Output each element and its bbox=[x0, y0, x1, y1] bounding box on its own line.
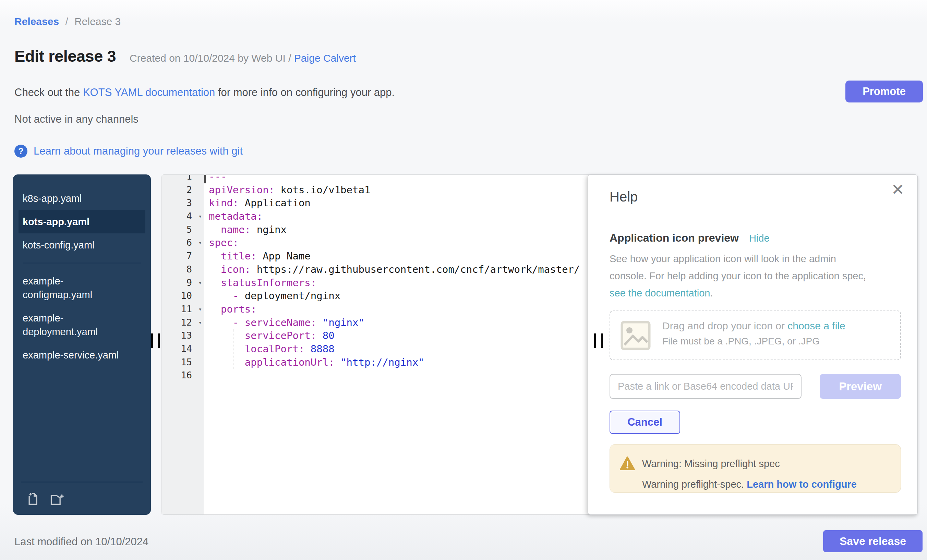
line-number: 4▾ bbox=[161, 210, 204, 223]
file-sidebar: k8s-app.yamlkots-app.yamlkots-config.yam… bbox=[13, 175, 151, 515]
warning-detail: Warning preflight-spec. Learn how to con… bbox=[642, 479, 857, 490]
docs-line: Check out the KOTS YAML documentation fo… bbox=[14, 87, 395, 99]
fold-arrow-icon[interactable]: ▾ bbox=[199, 316, 202, 329]
description-period: . bbox=[710, 288, 713, 299]
code-text: name: nginx bbox=[204, 223, 287, 237]
kots-docs-link[interactable]: KOTS YAML documentation bbox=[83, 87, 215, 99]
line-number: 9▾ bbox=[161, 276, 204, 290]
file-list-divider bbox=[23, 263, 141, 263]
help-title: Help bbox=[609, 189, 638, 205]
line-number: 12▾ bbox=[161, 316, 204, 329]
learn-row: ? Learn about managing your releases wit… bbox=[14, 145, 243, 158]
sidebar-file-k8s-app-yaml[interactable]: k8s-app.yaml bbox=[18, 187, 145, 210]
code-text: icon: https://raw.githubusercontent.com/… bbox=[204, 263, 580, 276]
question-icon: ? bbox=[14, 145, 27, 158]
sidebar-resize-handle[interactable] bbox=[151, 334, 160, 348]
code-text bbox=[204, 369, 209, 382]
fold-arrow-icon[interactable]: ▾ bbox=[199, 236, 202, 249]
code-text: - deployment/nginx bbox=[204, 289, 340, 303]
line-number: 10 bbox=[161, 289, 204, 303]
code-text: title: App Name bbox=[204, 249, 311, 263]
page-title: Edit release 3 bbox=[14, 47, 116, 65]
drop-instruction: Drag and drop your icon or bbox=[663, 320, 787, 331]
close-icon[interactable]: ✕ bbox=[891, 182, 904, 197]
choose-file-link[interactable]: choose a file bbox=[787, 320, 845, 331]
line-number: 15 bbox=[161, 356, 204, 369]
configure-preflight-link[interactable]: Learn how to configure bbox=[747, 479, 857, 490]
help-panel-resize-handle[interactable] bbox=[594, 334, 603, 348]
line-number: 2 bbox=[161, 184, 204, 197]
warning-icon bbox=[620, 456, 635, 472]
preflight-warning: Warning: Missing preflight spec Warning … bbox=[609, 444, 901, 493]
created-author-link[interactable]: Paige Calvert bbox=[294, 52, 356, 64]
line-number: 13 bbox=[161, 329, 204, 342]
docs-prefix: Check out the bbox=[14, 87, 83, 99]
image-placeholder-icon bbox=[620, 321, 651, 352]
file-type-hint: File must be a .PNG, .JPEG, or .JPG bbox=[663, 336, 845, 347]
workspace: k8s-app.yamlkots-app.yamlkots-config.yam… bbox=[0, 175, 927, 515]
add-file-icon[interactable] bbox=[26, 491, 41, 506]
sidebar-file-example-configmap-yaml[interactable]: example- configmap.yaml bbox=[18, 269, 145, 307]
icon-preview-header: Application icon preview Hide bbox=[609, 232, 770, 244]
icon-preview-description: See how your application icon will look … bbox=[609, 250, 866, 302]
line-number: 1 bbox=[161, 175, 204, 184]
resize-bar bbox=[601, 334, 603, 348]
warning-detail-text: Warning preflight-spec. bbox=[642, 479, 747, 490]
icon-preview-title: Application icon preview bbox=[609, 232, 739, 244]
line-number: 8 bbox=[161, 263, 204, 276]
hide-link[interactable]: Hide bbox=[749, 233, 770, 244]
resize-bar bbox=[594, 334, 596, 348]
dropzone-text: Drag and drop your icon or choose a file… bbox=[663, 320, 845, 347]
code-text: localPort: 8888 bbox=[204, 342, 334, 356]
line-number: 7 bbox=[161, 249, 204, 263]
sidebar-file-kots-config-yaml[interactable]: kots-config.yaml bbox=[18, 234, 145, 257]
channel-status-text: Not active in any channels bbox=[14, 113, 138, 126]
created-text: Created on 10/10/2024 by Web UI / bbox=[129, 52, 294, 64]
description-line2: console. For help adding your icon to th… bbox=[609, 270, 866, 281]
breadcrumb-current: Release 3 bbox=[74, 16, 121, 27]
editor-cursor bbox=[204, 175, 206, 184]
code-text: --- bbox=[204, 175, 226, 184]
code-text: statusInformers: bbox=[204, 276, 316, 290]
learn-git-link[interactable]: Learn about managing your releases with … bbox=[33, 145, 243, 157]
docs-suffix: for more info on configuring your app. bbox=[215, 87, 395, 99]
sidebar-file-example-deployment-yaml[interactable]: example- deployment.yaml bbox=[18, 307, 145, 343]
sidebar-toolbar bbox=[21, 482, 143, 515]
breadcrumb: Releases / Release 3 bbox=[14, 16, 121, 27]
resize-bar bbox=[151, 334, 153, 348]
code-text: metadata: bbox=[204, 210, 263, 223]
cancel-button[interactable]: Cancel bbox=[609, 411, 680, 434]
fold-arrow-icon[interactable]: ▾ bbox=[199, 276, 202, 290]
line-number: 11▾ bbox=[161, 303, 204, 316]
title-row: Edit release 3 Created on 10/10/2024 by … bbox=[14, 47, 356, 65]
breadcrumb-releases-link[interactable]: Releases bbox=[14, 16, 59, 27]
preview-button[interactable]: Preview bbox=[820, 374, 901, 399]
code-text: applicationUrl: "http://nginx" bbox=[204, 356, 424, 369]
line-number: 14 bbox=[161, 342, 204, 356]
help-panel: ✕ Help Application icon preview Hide See… bbox=[588, 175, 918, 515]
file-list: k8s-app.yamlkots-app.yamlkots-config.yam… bbox=[13, 175, 151, 367]
sidebar-file-kots-app-yaml[interactable]: kots-app.yaml bbox=[18, 210, 145, 234]
line-number: 3 bbox=[161, 196, 204, 210]
code-text: - serviceName: "nginx" bbox=[204, 316, 365, 329]
resize-bar bbox=[158, 334, 160, 348]
indent-guide bbox=[233, 329, 234, 369]
line-number: 5 bbox=[161, 223, 204, 237]
description-line1: See how your application icon will look … bbox=[609, 253, 836, 264]
line-number: 16 bbox=[161, 369, 204, 382]
code-text: servicePort: 80 bbox=[204, 329, 334, 342]
code-text: ports: bbox=[204, 303, 257, 316]
add-folder-icon[interactable] bbox=[49, 491, 65, 506]
line-number: 6▾ bbox=[161, 236, 204, 249]
icon-dropzone[interactable]: Drag and drop your icon or choose a file… bbox=[609, 311, 901, 360]
promote-button[interactable]: Promote bbox=[845, 80, 923, 102]
save-release-button[interactable]: Save release bbox=[823, 530, 922, 552]
fold-arrow-icon[interactable]: ▾ bbox=[199, 303, 202, 316]
sidebar-file-example-service-yaml[interactable]: example-service.yaml bbox=[18, 343, 145, 367]
fold-arrow-icon[interactable]: ▾ bbox=[199, 210, 202, 223]
breadcrumb-separator: / bbox=[65, 16, 68, 27]
see-documentation-link[interactable]: see the documentation bbox=[609, 288, 710, 299]
code-text: apiVersion: kots.io/v1beta1 bbox=[204, 184, 370, 197]
created-info: Created on 10/10/2024 by Web UI / Paige … bbox=[129, 52, 356, 64]
icon-url-input[interactable] bbox=[609, 374, 801, 399]
